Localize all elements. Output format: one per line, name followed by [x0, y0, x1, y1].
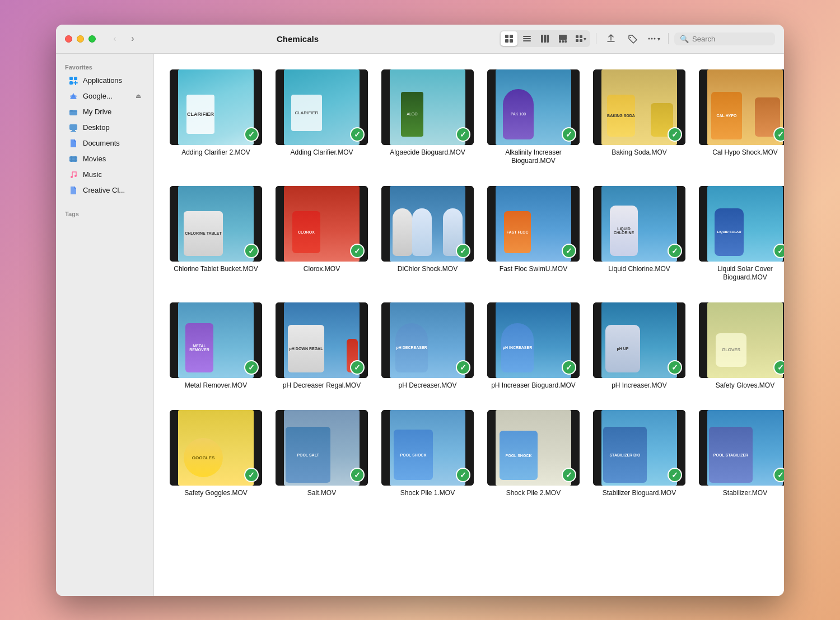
check-badge: ✓: [244, 360, 259, 375]
svg-rect-13: [564, 40, 567, 43]
svg-rect-12: [562, 40, 564, 43]
list-item[interactable]: CAL HYPO ✓ Cal Hypo Shock.MOV: [697, 65, 784, 170]
svg-rect-17: [580, 39, 582, 42]
file-name: Liquid Chlorine.MOV: [608, 265, 670, 274]
finder-window: ‹ › Chemicals: [56, 25, 784, 596]
separator-2: [668, 33, 669, 44]
thumbnail-container: pH UP ✓: [593, 302, 685, 378]
view-gallery-button[interactable]: [554, 31, 571, 46]
svg-rect-14: [576, 35, 578, 38]
titlebar: ‹ › Chemicals: [56, 25, 784, 54]
list-item[interactable]: ALGO ✓ Algaecide Bioguard.MOV: [379, 65, 476, 170]
thumbnail-container: pH DOWN REGAL ✓: [276, 302, 368, 378]
svg-rect-9: [547, 35, 549, 43]
maximize-button[interactable]: [88, 35, 96, 43]
check-badge: ✓: [350, 360, 365, 375]
file-name: Fast Floc SwimU.MOV: [500, 265, 567, 274]
sidebar-item-documents[interactable]: Documents: [59, 136, 150, 151]
sidebar-item-creative-cloud[interactable]: Creative Cl...: [59, 183, 150, 198]
video-thumbnail: CAL HYPO: [699, 69, 784, 145]
list-item[interactable]: METAL REMOVER ✓ Metal Remover.MOV: [167, 298, 264, 395]
search-input[interactable]: [692, 35, 769, 43]
check-badge: ✓: [773, 244, 784, 258]
sidebar-item-desktop[interactable]: Desktop: [59, 120, 150, 136]
svg-rect-22: [69, 77, 73, 80]
thumbnail-container: ALGO ✓: [381, 69, 474, 145]
desktop-label: Desktop: [83, 123, 110, 132]
list-item[interactable]: pH INCREASER ✓ pH Increaser Bioguard.MOV: [485, 298, 582, 395]
list-item[interactable]: POOL STABILIZER ✓ Stabilizer.MOV: [697, 405, 784, 502]
share-button[interactable]: [602, 30, 620, 48]
svg-rect-34: [71, 156, 72, 162]
list-item[interactable]: FAST FLOC ✓ Fast Floc SwimU.MOV: [485, 181, 582, 287]
video-thumbnail: POOL STABILIZER: [699, 410, 784, 486]
list-item[interactable]: POOL SHOCK ✓ Shock Pile 2.MOV: [485, 405, 582, 502]
sidebar-item-google-drive[interactable]: Google... ⏏: [59, 88, 150, 104]
thumbnail-container: CAL HYPO ✓: [699, 69, 784, 145]
list-item[interactable]: ✓ DiChlor Shock.MOV: [379, 181, 476, 287]
list-item[interactable]: CHLORINE TABLET ✓ Chlorine Tablet Bucket…: [167, 181, 264, 287]
list-item[interactable]: STABILIZER BIO ✓ Stabilizer Bioguard.MOV: [591, 405, 688, 502]
svg-rect-5: [523, 38, 531, 39]
list-item[interactable]: CLOROX ✓ Clorox.MOV: [273, 181, 370, 287]
file-name: pH Decreaser.MOV: [398, 381, 456, 390]
file-name: Alkalinity Increaser Bioguard.MOV: [487, 148, 580, 166]
list-item[interactable]: pH DECREASER ✓ pH Decreaser.MOV: [379, 298, 476, 395]
file-name: Shock Pile 2.MOV: [506, 489, 561, 498]
thumbnail-container: LIQUID SOLAR ✓: [699, 186, 784, 262]
thumbnail-container: GLOVES ✓: [699, 302, 784, 378]
list-item[interactable]: pH DOWN REGAL ✓ pH Decreaser Regal.MOV: [273, 298, 370, 395]
separator-1: [596, 33, 596, 44]
sidebar-item-my-drive[interactable]: My Drive: [59, 104, 150, 120]
view-grid-button[interactable]: [501, 31, 517, 46]
thumbnail-container: pH DECREASER ✓: [381, 302, 474, 378]
sidebar-item-movies[interactable]: Movies: [59, 151, 150, 167]
svg-rect-27: [70, 110, 73, 111]
creative-cloud-icon: [68, 185, 78, 195]
sidebar: Favorites Applications: [56, 54, 154, 596]
list-item[interactable]: POOL SHOCK ✓ Shock Pile 1.MOV: [379, 405, 476, 502]
file-name: Clorox.MOV: [304, 265, 340, 274]
more-button[interactable]: ▾: [645, 30, 662, 48]
file-name: Stabilizer Bioguard.MOV: [603, 489, 676, 498]
view-group-button[interactable]: ▾: [572, 31, 589, 46]
file-name: Chlorine Tablet Bucket.MOV: [174, 265, 258, 274]
tags-label: Tags: [56, 207, 153, 220]
svg-rect-1: [510, 35, 513, 38]
list-item[interactable]: LIQUID CHLORINE ✓ Liquid Chlorine.MOV: [591, 181, 688, 287]
check-badge: ✓: [350, 127, 365, 142]
list-item[interactable]: BAKING SODA ✓ Baking Soda.MOV: [591, 65, 688, 170]
svg-rect-7: [541, 35, 543, 43]
file-name: Liquid Solar Cover Bioguard.MOV: [699, 265, 784, 282]
check-badge: ✓: [773, 127, 784, 142]
svg-rect-25: [70, 95, 77, 97]
google-drive-label: Google...: [83, 92, 113, 100]
file-name: Metal Remover.MOV: [185, 381, 247, 390]
list-item[interactable]: GOGGLES ✓ Safety Goggles.MOV: [167, 405, 264, 502]
tag-button[interactable]: [623, 30, 641, 48]
minimize-button[interactable]: [77, 35, 84, 43]
list-item[interactable]: CLARIFIER ✓ Adding Clarifier 2.MOV: [167, 65, 264, 170]
list-item[interactable]: pH UP ✓ pH Increaser.MOV: [591, 298, 688, 395]
list-item[interactable]: PAK 100 ✓ Alkalinity Increaser Bioguard.…: [485, 65, 582, 170]
svg-rect-6: [523, 40, 531, 41]
close-button[interactable]: [65, 35, 72, 43]
list-item[interactable]: POOL SALT ✓ Salt.MOV: [273, 405, 370, 502]
file-name: Baking Soda.MOV: [612, 148, 667, 157]
thumbnail-container: BAKING SODA ✓: [593, 69, 685, 145]
list-item[interactable]: LIQUID SOLAR ✓ Liquid Solar Cover Biogua…: [697, 181, 784, 287]
thumbnail-container: CLARIFIER ✓: [170, 69, 262, 145]
sidebar-item-applications[interactable]: Applications: [59, 73, 150, 88]
search-bar[interactable]: 🔍: [674, 32, 775, 45]
thumbnail-container: GOGGLES ✓: [170, 410, 262, 486]
svg-rect-29: [72, 130, 75, 131]
view-list-button[interactable]: [519, 31, 535, 46]
list-item[interactable]: CLARIFIER ✓ Adding Clarifier.MOV: [273, 65, 370, 170]
list-item[interactable]: GLOVES ✓ Safety Gloves.MOV: [697, 298, 784, 395]
view-columns-button[interactable]: [536, 31, 553, 46]
video-thumbnail: GLOVES: [699, 302, 784, 378]
check-badge: ✓: [668, 127, 682, 142]
svg-rect-30: [71, 131, 76, 132]
sidebar-item-music[interactable]: Music: [59, 167, 150, 183]
movies-label: Movies: [83, 155, 106, 163]
